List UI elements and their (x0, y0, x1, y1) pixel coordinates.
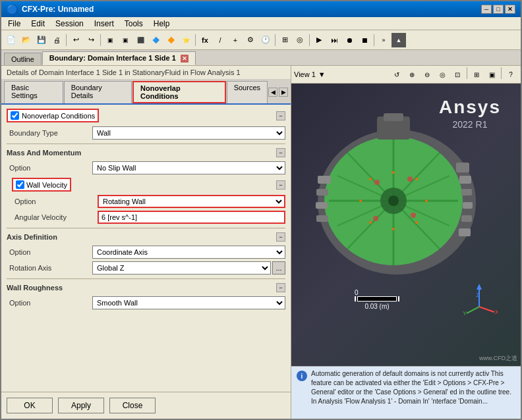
wall-velocity-option-select[interactable]: Rotating Wall Translating Wall Stationar… (98, 195, 285, 208)
view-btn-options[interactable]: ▣ (484, 67, 499, 82)
toolbar-btn-1[interactable]: 📄 (4, 33, 18, 47)
scale-value: 0.03 (m) (355, 303, 399, 310)
toolbar-sep-6 (374, 34, 374, 46)
breadcrumb: Details of Domain Interface 1 Side 1 in … (1, 66, 291, 80)
nonoverlap-collapse-btn[interactable]: − (276, 111, 285, 120)
toolbar-btn-undo[interactable]: ↩ (69, 33, 83, 47)
view-btn-fit[interactable]: ◎ (435, 67, 450, 82)
rotation-axis-select[interactable]: Global X Global Y Global Z (92, 261, 271, 275)
ok-button[interactable]: OK (7, 398, 53, 413)
toolbar-btn-grid[interactable]: ⊞ (277, 33, 292, 47)
toolbar-btn-e[interactable]: 🔶 (163, 33, 178, 47)
divider-1 (7, 144, 285, 144)
maximize-button[interactable]: □ (493, 5, 504, 14)
tab-outline[interactable]: Outline (4, 53, 42, 65)
scale-zero: 0 (355, 289, 399, 296)
axis-indicator-svg: Z X Y (461, 280, 498, 317)
axis-definition-collapse-btn[interactable]: − (276, 232, 285, 242)
menu-tools[interactable]: Tools (121, 18, 147, 29)
view-toolbar-sep (467, 67, 467, 79)
svg-text:Y: Y (463, 310, 467, 317)
minimize-button[interactable]: ─ (481, 5, 492, 14)
svg-point-27 (369, 178, 372, 180)
mass-momentum-header: Mass And Momentum − (7, 147, 285, 159)
toolbar-btn-skip[interactable]: ⏭ (327, 33, 341, 47)
tab-close-button[interactable]: ✕ (181, 55, 188, 63)
axis-option-select[interactable]: Coordinate Axis Two Points (92, 246, 285, 259)
toolbar-btn-save[interactable]: 💾 (34, 33, 49, 47)
toolbar-btn-slash[interactable]: / (213, 33, 227, 47)
next-btn[interactable]: ▶ (279, 88, 288, 97)
svg-rect-14 (461, 215, 472, 222)
view-dropdown-icon[interactable]: ▼ (318, 70, 326, 78)
menu-insert[interactable]: Insert (90, 18, 118, 29)
svg-rect-16 (318, 176, 331, 184)
wall-velocity-collapse-btn[interactable]: − (276, 180, 285, 190)
view-btn-zoom-in[interactable]: ⊕ (405, 67, 419, 82)
boundary-type-select[interactable]: Wall Inlet Outlet (92, 126, 285, 140)
boundary-type-label: Boundary Type (7, 129, 92, 137)
toolbar-btn-plus[interactable]: + (228, 33, 243, 47)
toolbar-btn-more[interactable]: » (376, 33, 391, 47)
toolbar-btn-c[interactable]: ⬛ (133, 33, 148, 47)
view-btn-help[interactable]: ? (504, 67, 518, 82)
boundary-type-row: Boundary Type Wall Inlet Outlet (7, 125, 285, 141)
apply-button[interactable]: Apply (58, 398, 104, 413)
title-bar-left: 🔵 CFX-Pre: Unnamed (7, 4, 94, 14)
wall-roughness-section: Wall Roughness − Option Smooth Wall Roug… (7, 282, 285, 311)
nonoverlap-checkbox[interactable] (11, 111, 19, 120)
rotation-axis-control: Global X Global Y Global Z ... (92, 261, 285, 275)
tab-boundary-details[interactable]: Boundary Details (64, 81, 132, 103)
angular-velocity-input[interactable] (98, 211, 285, 224)
rotation-axis-select-container: Global X Global Y Global Z ... (92, 261, 285, 275)
wall-roughness-option-select[interactable]: Smooth Wall Rough Wall (92, 296, 285, 309)
toolbar-btn-expand[interactable]: ▲ (392, 33, 406, 47)
toolbar-btn-f[interactable]: ⭐ (179, 33, 193, 47)
tab-boundary[interactable]: Boundary: Domain Interface 1 Side 1 ✕ (42, 51, 196, 65)
toolbar-btn-2[interactable]: 📂 (19, 33, 34, 47)
mass-momentum-section: Mass And Momentum − Option No Slip Wall … (7, 147, 285, 225)
menu-edit[interactable]: Edit (27, 18, 49, 29)
tab-sources[interactable]: Sources (227, 81, 268, 103)
menu-file[interactable]: File (4, 18, 24, 29)
view-btn-display[interactable]: ⊞ (469, 67, 484, 82)
mass-momentum-collapse-btn[interactable]: − (276, 148, 285, 157)
toolbar-btn-b[interactable]: ▣ (118, 33, 132, 47)
tab-basic-settings[interactable]: Basic Settings (4, 81, 63, 103)
mass-momentum-option-select[interactable]: No Slip Wall Free Slip Wall Specified Ve… (92, 161, 285, 174)
view-btn-rotate[interactable]: ↺ (390, 67, 404, 82)
boundary-type-control: Wall Inlet Outlet (92, 126, 285, 140)
wall-velocity-option-control: Rotating Wall Translating Wall Stationar… (98, 195, 285, 208)
close-button-btn[interactable]: Close (109, 398, 156, 413)
toolbar-btn-gear[interactable]: ⚙ (243, 33, 258, 47)
wall-roughness-collapse-btn[interactable]: − (276, 283, 285, 292)
toolbar-btn-clock[interactable]: 🕐 (258, 33, 273, 47)
view-toolbar: ↺ ⊕ ⊖ ◎ ⊡ ⊞ ▣ ? (390, 67, 518, 82)
tab-nonoverlap-conditions[interactable]: Nonoverlap Conditions (132, 81, 226, 103)
toolbar-btn-print[interactable]: 🖨 (49, 33, 64, 47)
close-button[interactable]: ✕ (505, 5, 515, 14)
toolbar-btn-a[interactable]: ▣ (103, 33, 117, 47)
menu-bar: File Edit Session Insert Tools Help (1, 17, 521, 30)
divider-3 (7, 278, 285, 279)
toolbar-btn-redo[interactable]: ↪ (84, 33, 98, 47)
scale-line (357, 296, 397, 302)
menu-session[interactable]: Session (51, 18, 88, 29)
toolbar-btn-stop[interactable]: ⏹ (357, 33, 372, 47)
prev-btn[interactable]: ◀ (268, 88, 277, 97)
wall-velocity-checkbox[interactable] (16, 180, 24, 189)
rotation-axis-ellipsis-btn[interactable]: ... (272, 261, 285, 275)
panel-content: Nonoverlap Conditions − Boundary Type Wa… (1, 105, 291, 392)
menu-help[interactable]: Help (150, 18, 174, 29)
axis-option-label: Option (7, 248, 92, 256)
view-btn-select[interactable]: ⊡ (450, 67, 465, 82)
divider-2 (7, 228, 285, 228)
toolbar-btn-fx[interactable]: fx (198, 33, 212, 47)
toolbar-btn-rec[interactable]: ⏺ (342, 33, 357, 47)
toolbar-btn-d[interactable]: 🔷 (148, 33, 163, 47)
info-icon: i (297, 371, 307, 381)
svg-point-31 (415, 221, 418, 224)
toolbar-btn-circle[interactable]: ◎ (293, 33, 307, 47)
toolbar-btn-play[interactable]: ▶ (312, 33, 326, 47)
view-btn-zoom-out[interactable]: ⊖ (420, 67, 434, 82)
